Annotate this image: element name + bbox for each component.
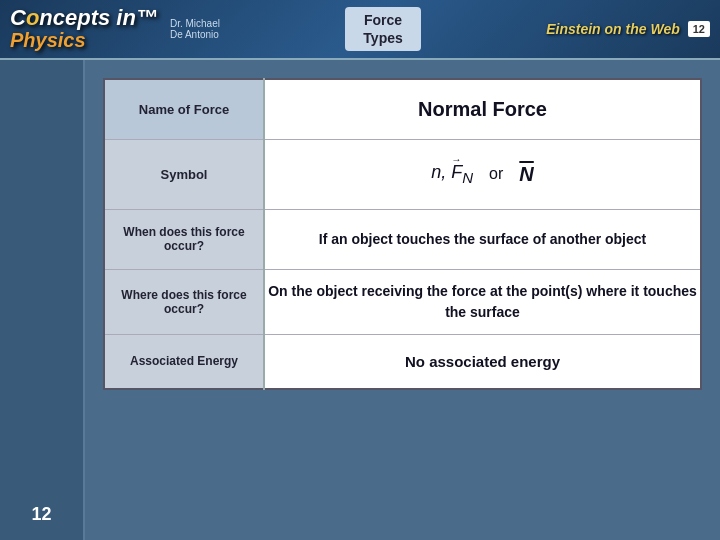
header: Concepts in™ Physics Dr. MichaelDe Anton… [0,0,720,60]
force-types-title: Force Types [345,7,420,51]
table-row-associated: Associated Energy No associated energy [104,334,701,389]
value-name-of-force: Normal Force [264,79,701,139]
table-row-where: Where does this force occur? On the obje… [104,269,701,334]
label-name-of-force: Name of Force [104,79,264,139]
header-right: Einstein on the Web 12 [546,21,710,37]
author-credit: Dr. MichaelDe Antonio [170,18,220,40]
value-symbol: n, FN → or N [264,139,701,209]
table-row-symbol: Symbol n, FN → or N [104,139,701,209]
or-separator: or [489,165,503,183]
symbol-n-fn: n, FN → [431,162,473,186]
concepts-logo: Concepts in™ Physics [10,7,158,52]
table-row-name: Name of Force Normal Force [104,79,701,139]
page-number: 12 [688,21,710,37]
sidebar: 12 [0,60,85,540]
value-where: On the object receiving the force at the… [264,269,701,334]
label-when: When does this force occur? [104,209,264,269]
label-symbol: Symbol [104,139,264,209]
main-content: Name of Force Normal Force Symbol n, FN … [85,60,720,540]
symbol-math-display: n, FN → or N [431,162,534,186]
table-row-when: When does this force occur? If an object… [104,209,701,269]
header-left: Concepts in™ Physics Dr. MichaelDe Anton… [10,7,220,52]
value-associated: No associated energy [264,334,701,389]
value-when: If an object touches the surface of anot… [264,209,701,269]
label-associated: Associated Energy [104,334,264,389]
symbol-N-overline: N [519,163,533,186]
slide-number: 12 [31,504,51,525]
einstein-logo: Einstein on the Web [546,21,680,37]
force-table: Name of Force Normal Force Symbol n, FN … [103,78,702,390]
label-where: Where does this force occur? [104,269,264,334]
body-layout: 12 Name of Force Normal Force Symbol n, … [0,60,720,540]
